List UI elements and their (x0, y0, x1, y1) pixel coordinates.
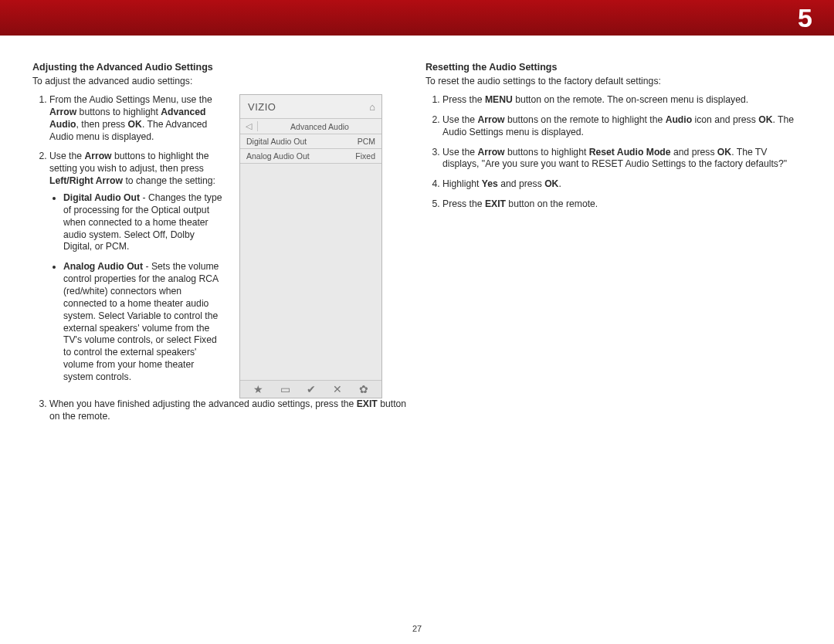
left-step-text: From the Audio Settings Menu, use the Ar… (32, 94, 225, 398)
left-step-2: Use the Arrow buttons to highlight the s… (49, 151, 225, 383)
left-bullet-1: Digital Audio Out - Changes the type of … (63, 192, 225, 253)
right-step-1: Press the MENU button on the remote. The… (442, 94, 802, 107)
osd-empty-area (240, 164, 381, 380)
left-steps-3: When you have finished adjusting the adv… (32, 398, 409, 423)
vizio-logo: VIZIO (248, 101, 276, 113)
left-column: Adjusting the Advanced Audio Settings To… (32, 62, 409, 431)
osd-bottom-bar: ★ ▭ ✔ ✕ ✿ (240, 380, 381, 398)
osd-row-value: Fixed (355, 151, 375, 161)
left-intro: To adjust the advanced audio settings: (32, 76, 409, 86)
right-step-5: Press the EXIT button on the remote. (442, 198, 802, 211)
osd-row: Analog Audio Out Fixed (240, 149, 381, 164)
left-bullets: Digital Audio Out - Changes the type of … (49, 192, 225, 384)
osd-menu: VIZIO ⌂ ◁ Advanced Audio Digital Audio O… (239, 94, 382, 398)
content-columns: Adjusting the Advanced Audio Settings To… (0, 36, 834, 431)
right-heading: Resetting the Audio Settings (425, 62, 802, 73)
left-step-3: When you have finished adjusting the adv… (49, 398, 409, 423)
chapter-band: 5 (0, 0, 834, 36)
back-icon: ◁ (240, 121, 258, 131)
right-intro: To reset the audio settings to the facto… (425, 76, 802, 86)
page-number: 27 (0, 624, 834, 633)
osd-row-value: PCM (358, 137, 375, 146)
osd-row: Digital Audio Out PCM (240, 134, 381, 149)
close-icon: ✕ (333, 384, 342, 395)
osd-title: Advanced Audio (258, 122, 381, 131)
osd-top-bar: VIZIO ⌂ (240, 95, 381, 118)
left-step-flex: From the Audio Settings Menu, use the Ar… (32, 94, 409, 398)
right-steps: Press the MENU button on the remote. The… (425, 94, 802, 211)
left-bullet-2: Analog Audio Out - Sets the volume contr… (63, 261, 225, 384)
left-steps-1-2: From the Audio Settings Menu, use the Ar… (32, 94, 225, 384)
left-heading: Adjusting the Advanced Audio Settings (32, 62, 409, 73)
right-step-2: Use the Arrow buttons on the remote to h… (442, 114, 802, 139)
page: 5 Adjusting the Advanced Audio Settings … (0, 0, 834, 644)
right-column: Resetting the Audio Settings To reset th… (425, 62, 802, 431)
osd-row-label: Digital Audio Out (246, 137, 307, 146)
v-icon: ✔ (307, 384, 316, 395)
gear-icon: ✿ (359, 384, 368, 395)
right-step-3: Use the Arrow buttons to highlight Reset… (442, 147, 802, 171)
right-step-4: Highlight Yes and press OK. (442, 178, 802, 191)
chapter-number: 5 (798, 5, 812, 31)
osd-title-row: ◁ Advanced Audio (240, 118, 381, 134)
star-icon: ★ (253, 384, 263, 395)
osd-row-label: Analog Audio Out (246, 151, 310, 161)
widescreen-icon: ▭ (280, 384, 290, 395)
left-step-1: From the Audio Settings Menu, use the Ar… (49, 94, 225, 143)
home-icon: ⌂ (369, 101, 375, 113)
